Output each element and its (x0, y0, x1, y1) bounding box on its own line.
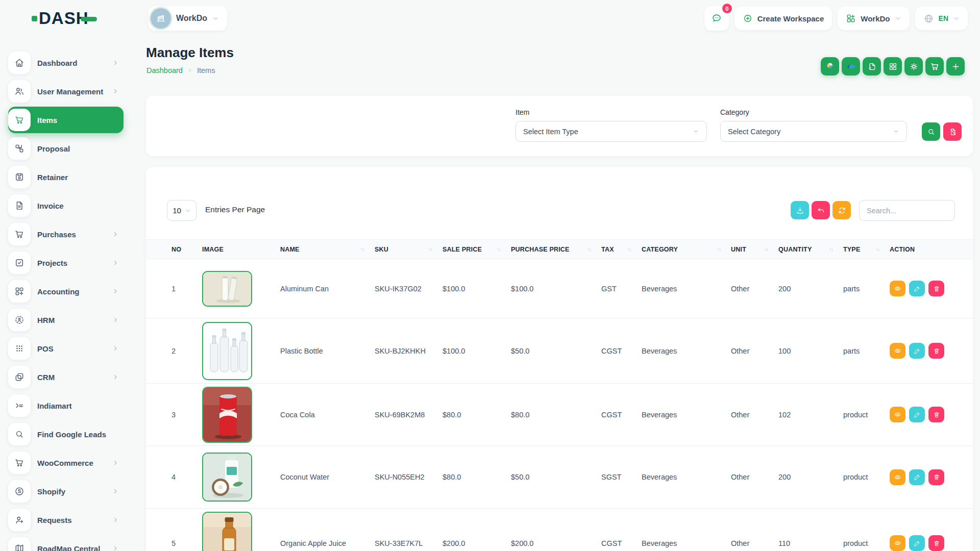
sidebar-item-dashboard[interactable]: Dashboard (8, 49, 124, 76)
view-button[interactable] (890, 407, 905, 422)
cart-button[interactable] (925, 57, 944, 76)
sidebar-item-shopify[interactable]: Shopify (8, 478, 124, 505)
sidebar-item-roadmap-central[interactable]: RoadMap Central (8, 535, 124, 551)
search-input[interactable] (859, 200, 955, 221)
add-item-button[interactable] (946, 57, 965, 76)
view-button[interactable] (890, 343, 905, 359)
grid-view-button[interactable] (884, 57, 902, 76)
item-image-aluminum-can (202, 271, 252, 307)
cell-tax: SGST (601, 446, 642, 509)
apps-menu-button[interactable]: WorkDo (838, 7, 909, 30)
cell-category: Beverages (642, 384, 731, 446)
cell-sale-price: $80.0 (443, 446, 511, 509)
grid-plus-icon (846, 13, 856, 23)
sidebar-item-projects[interactable]: Projects (8, 249, 124, 276)
file-export-icon (867, 62, 877, 71)
delete-button[interactable] (928, 407, 944, 422)
clear-filter-button[interactable] (943, 122, 962, 141)
chevron-down-icon (185, 208, 191, 214)
view-button[interactable] (890, 469, 905, 485)
undo-button[interactable] (812, 201, 830, 219)
column-category[interactable]: CATEGORY (642, 240, 731, 259)
create-workspace-button[interactable]: Create Workspace (734, 7, 832, 30)
sidebar-item-find-google-leads[interactable]: Find Google Leads (8, 421, 124, 447)
page-title: Manage Items (146, 45, 234, 61)
eye-icon (894, 473, 901, 481)
sidebar-item-invoice[interactable]: Invoice (8, 192, 124, 219)
sidebar-item-label: Requests (37, 516, 72, 524)
edit-button[interactable] (909, 343, 925, 359)
sidebar-item-label: User Management (37, 87, 103, 96)
workspace-name: WorkDo (176, 14, 207, 23)
language-selector[interactable]: EN (915, 7, 968, 30)
cell-unit: Other (731, 446, 778, 509)
breadcrumb-current: Items (197, 66, 215, 74)
entries-per-page-select[interactable]: 10 (167, 200, 197, 221)
sidebar-item-hrm[interactable]: HRM (8, 307, 124, 333)
table-row: 2 Plastic Bottle SKU-BJ2KHKH $100.0 $50.… (146, 318, 973, 384)
sidebar-item-pos[interactable]: POS (8, 335, 124, 362)
sidebar-item-label: Invoice (37, 202, 64, 210)
delete-button[interactable] (928, 281, 944, 296)
sidebar-item-indiamart[interactable]: Indiamart (8, 392, 124, 419)
apply-filter-button[interactable] (922, 122, 940, 141)
sidebar-item-label: Shopify (37, 487, 65, 496)
dash-logo[interactable]: DASH (0, 0, 131, 37)
chevron-right-icon (112, 460, 118, 466)
cell-name: Plastic Bottle (280, 318, 375, 384)
sidebar-item-label: Accounting (37, 287, 80, 296)
delete-button[interactable] (928, 535, 944, 551)
column-type[interactable]: TYPE (843, 240, 890, 259)
edit-button[interactable] (909, 469, 925, 485)
sidebar-item-retainer[interactable]: Retainer (8, 164, 124, 190)
column-quantity[interactable]: QUANTITY (778, 240, 843, 259)
column-image: IMAGE (202, 240, 280, 259)
sidebar-item-purchases[interactable]: Purchases (8, 221, 124, 247)
column-tax[interactable]: TAX (601, 240, 642, 259)
delete-button[interactable] (928, 469, 944, 485)
column-unit[interactable]: UNIT (731, 240, 778, 259)
eye-icon (894, 347, 901, 355)
cell-unit: Other (731, 318, 778, 384)
breadcrumb-dashboard-link[interactable]: Dashboard (146, 66, 183, 74)
sidebar-item-proposal[interactable]: Proposal (8, 135, 124, 162)
onedrive-button[interactable] (842, 57, 860, 76)
eye-icon (894, 285, 901, 292)
item-type-select[interactable]: Select Item Type (516, 121, 707, 142)
settings-button[interactable] (904, 57, 923, 76)
sort-icon (627, 246, 631, 252)
cell-unit: Other (731, 509, 778, 551)
delete-button[interactable] (928, 343, 944, 359)
table-row: 5 Organic Apple Juice SKU-33E7K7L $200.0… (146, 509, 973, 551)
column-action: ACTION (890, 240, 973, 259)
workspace-selector[interactable]: WorkDo (148, 6, 227, 31)
google-drive-button[interactable] (821, 57, 839, 76)
messages-button[interactable]: 0 (704, 6, 729, 31)
export-download-button[interactable] (791, 201, 809, 219)
cell-tax: CGST (601, 384, 642, 446)
refresh-icon (838, 206, 846, 215)
category-select[interactable]: Select Category (720, 121, 907, 142)
cell-name: Coconut Water (280, 446, 375, 509)
column-sale-price[interactable]: SALE PRICE (443, 240, 511, 259)
cell-sale-price: $100.0 (443, 259, 511, 318)
export-file-button[interactable] (863, 57, 881, 76)
view-button[interactable] (890, 535, 905, 551)
cell-purchase-price: $100.0 (511, 259, 601, 318)
sidebar-item-woocommerce[interactable]: WooCommerce (8, 449, 124, 476)
sidebar-item-requests[interactable]: Requests (8, 507, 124, 533)
view-button[interactable] (890, 281, 905, 296)
sidebar-item-accounting[interactable]: Accounting (8, 278, 124, 305)
column-name[interactable]: NAME (280, 240, 375, 259)
refresh-button[interactable] (832, 201, 851, 219)
edit-button[interactable] (909, 281, 925, 296)
edit-button[interactable] (909, 535, 925, 551)
column-purchase-price[interactable]: PURCHASE PRICE (511, 240, 601, 259)
sidebar-item-items[interactable]: Items (8, 107, 124, 133)
cell-action (890, 318, 973, 384)
sidebar-item-crm[interactable]: CRM (8, 364, 124, 390)
item-image-organic-apple-juice (202, 512, 252, 551)
edit-button[interactable] (909, 407, 925, 422)
sidebar-item-user-management[interactable]: User Management (8, 78, 124, 105)
column-sku[interactable]: SKU (375, 240, 443, 259)
